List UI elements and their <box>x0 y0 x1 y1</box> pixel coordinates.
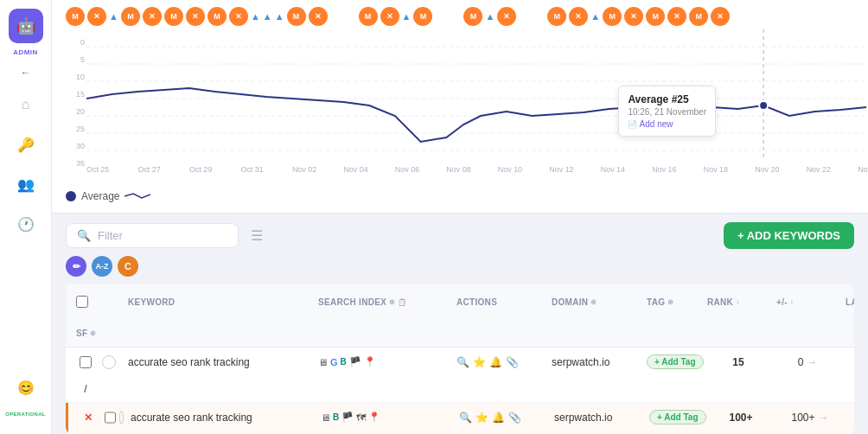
row2-checkbox-cell[interactable] <box>101 404 127 431</box>
legend-label: Average <box>81 190 119 202</box>
search-index-sort-icon: ⊕ 📋 <box>389 298 406 306</box>
badge-m2: M <box>121 7 140 26</box>
badge-x11: ✕ <box>711 7 730 26</box>
row1-checkbox[interactable] <box>80 356 92 368</box>
row1-sf: / <box>73 376 99 402</box>
sidebar-item-keys[interactable]: 🔑 <box>14 132 38 156</box>
tooltip-date: 10:26, 21 November <box>628 107 706 117</box>
sidebar-nav: ⌂ 🔑 👥 🕐 <box>14 93 38 236</box>
x-mark-icon: ✕ <box>84 412 93 424</box>
rank-sort-icon: ↕ <box>736 298 739 306</box>
legend-line-sample <box>124 191 150 201</box>
map-pin-icon: 📍 <box>364 356 376 367</box>
row2-rank: 100+ <box>706 405 775 431</box>
th-checkbox <box>73 284 99 320</box>
row1-checkbox-cell[interactable] <box>73 349 99 375</box>
svg-text:Nov 24: Nov 24 <box>858 165 868 174</box>
svg-text:Nov 04: Nov 04 <box>343 165 367 174</box>
admin-label: ADMIN <box>13 48 38 56</box>
badge-x2: ✕ <box>143 7 162 26</box>
add-tag-badge-2[interactable]: + Add Tag <box>649 410 706 424</box>
sidebar-item-face[interactable]: 😊 <box>14 375 38 399</box>
svg-text:Oct 27: Oct 27 <box>137 165 160 174</box>
svg-text:Oct 29: Oct 29 <box>189 165 212 174</box>
row1-search-index: 🖥 G B 🏴 📍 <box>315 349 453 374</box>
row1-actions: 🔍 ⭐ 🔔 📎 <box>453 349 548 375</box>
tooltip-link[interactable]: 📄 Add new <box>628 119 706 129</box>
logo: 🤖 <box>9 9 43 43</box>
svg-text:Nov 14: Nov 14 <box>601 165 625 174</box>
triangle-icon-7: ▲ <box>590 11 600 22</box>
badge-m7: M <box>413 7 432 26</box>
table-area: 🔍 Filter ☰ + ADD KEYWORDS ✏ A-Z C KEYWOR… <box>52 214 868 434</box>
flag-icon: 🏴 <box>349 356 361 367</box>
sidebar-item-clock[interactable]: 🕐 <box>14 212 38 236</box>
star-action-icon-2[interactable]: ⭐ <box>475 412 488 424</box>
filter-tag-az[interactable]: A-Z <box>92 256 112 277</box>
search-action-icon-2[interactable]: 🔍 <box>459 412 472 424</box>
search-action-icon[interactable]: 🔍 <box>456 356 469 368</box>
select-all-checkbox[interactable] <box>76 296 88 308</box>
bell-action-icon[interactable]: 🔔 <box>489 356 502 368</box>
row2-checkbox[interactable] <box>105 412 116 424</box>
badge-m9: M <box>547 7 566 26</box>
th-rank[interactable]: RANK ↕ <box>704 284 773 320</box>
row2-domain: serpwatch.io <box>551 405 646 431</box>
row1-tag[interactable]: + Add Tag <box>643 348 704 376</box>
filter-tag-edit[interactable]: ✏ <box>66 256 86 277</box>
badge-x9: ✕ <box>624 7 643 26</box>
svg-text:Nov 20: Nov 20 <box>755 165 779 174</box>
row2-tag[interactable]: + Add Tag <box>646 403 706 431</box>
link-action-icon[interactable]: 📎 <box>506 356 519 368</box>
th-change[interactable]: +/- ↕ <box>773 284 842 320</box>
svg-text:Nov 12: Nov 12 <box>549 165 573 174</box>
bing-icon: B <box>341 357 347 367</box>
sf-sort-icon: ⊕ <box>90 329 96 337</box>
row1-last: 15 <box>842 349 854 375</box>
change-arrow-icon-2: → <box>819 412 829 424</box>
line-chart: 0 5 10 15 20 25 30 35 Oct 25 Oct <box>66 29 854 185</box>
table-row: accurate seo rank tracking 🖥 G B 🏴 📍 🔍 ⭐ <box>66 348 854 403</box>
data-table: KEYWORD SEARCH INDEX ⊕ 📋 ACTIONS DOMAIN … <box>66 284 854 434</box>
row2-actions: 🔍 ⭐ 🔔 📎 <box>456 405 551 431</box>
th-domain[interactable]: DOMAIN ⊕ <box>548 284 643 320</box>
add-keywords-button[interactable]: + ADD KEYWORDS <box>724 222 854 249</box>
badge-m4: M <box>207 7 227 26</box>
svg-text:Oct 25: Oct 25 <box>86 165 109 174</box>
sidebar-item-home[interactable]: ⌂ <box>14 93 38 117</box>
change-sort-icon: ↕ <box>790 298 794 306</box>
bell-action-icon-2[interactable]: 🔔 <box>492 412 505 424</box>
row1-rank: 15 <box>704 349 773 375</box>
sidebar: 🤖 ADMIN ← ⌂ 🔑 👥 🕐 😊 OPERATIONAL <box>0 0 52 434</box>
chart-tooltip: Average #25 10:26, 21 November 📄 Add new <box>618 86 716 137</box>
th-tag[interactable]: TAG ⊕ <box>643 284 704 320</box>
add-tag-badge[interactable]: + Add Tag <box>647 354 704 369</box>
y-axis: 0 5 10 15 20 25 30 35 <box>66 38 85 168</box>
filter-placeholder: Filter <box>98 229 123 242</box>
chart-svg: Oct 25 Oct 27 Oct 29 Oct 31 Nov 02 Nov 0… <box>86 29 868 176</box>
row1-change: 0 → <box>773 349 842 375</box>
map-icon-2: 🗺 <box>356 412 366 423</box>
desktop-icon: 🖥 <box>318 357 328 367</box>
back-arrow-icon[interactable]: ← <box>21 67 31 79</box>
row2-status-circle <box>119 411 124 424</box>
main-content: M ✕ ▲ M ✕ M ✕ M ✕ ▲ ▲ ▲ M ✕ M ✕ ▲ M M ▲ … <box>52 0 868 434</box>
th-last[interactable]: LAST ↕ <box>842 284 854 320</box>
filter-tag-c[interactable]: C <box>118 256 138 277</box>
robot-icon: 🤖 <box>16 16 35 35</box>
th-sf[interactable]: SF ⊕ <box>73 320 99 347</box>
th-keyword[interactable]: KEYWORD <box>124 284 315 320</box>
row1-status-cell <box>99 348 124 376</box>
link-action-icon-2[interactable]: 📎 <box>508 412 521 424</box>
badge-m3: M <box>164 7 183 26</box>
th-search-index[interactable]: SEARCH INDEX ⊕ 📋 <box>315 284 453 320</box>
desktop-icon-2: 🖥 <box>321 412 330 423</box>
row2-search-index: 🖥 B 🏴 🗺 📍 <box>317 405 456 430</box>
triangle-icon-5: ▲ <box>402 11 412 22</box>
row1-status-circle <box>102 355 116 369</box>
chart-legend: Average <box>66 185 854 204</box>
filter-input[interactable]: 🔍 Filter <box>66 223 239 248</box>
star-action-icon[interactable]: ⭐ <box>473 356 486 368</box>
list-view-icon[interactable]: ☰ <box>251 227 263 244</box>
sidebar-item-people[interactable]: 👥 <box>14 172 38 196</box>
